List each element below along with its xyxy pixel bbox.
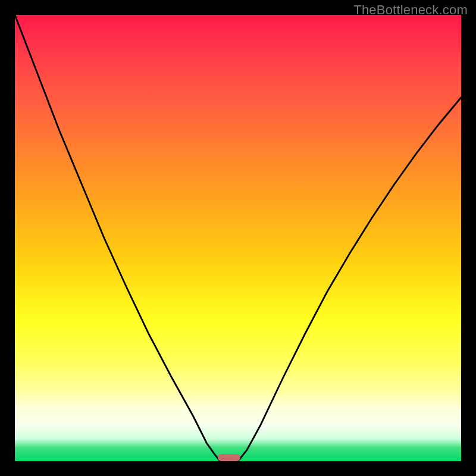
curve-left-branch [15, 15, 220, 461]
curve-svg [15, 15, 461, 461]
bottleneck-marker [218, 454, 240, 461]
chart-frame: TheBottleneck.com [0, 0, 476, 476]
curve-right-branch [238, 98, 461, 461]
plot-area [15, 15, 461, 461]
